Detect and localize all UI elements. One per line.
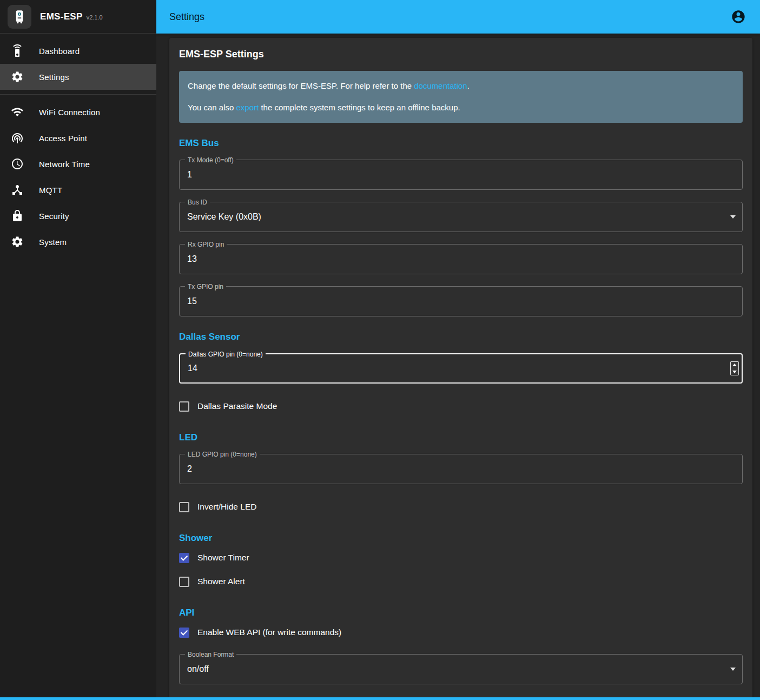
enable-web-api-row[interactable]: Enable WEB API (for write commands) (179, 622, 341, 643)
settings-remote-icon (11, 44, 24, 57)
sidebar-item-settings[interactable]: Settings (0, 64, 156, 90)
tx-gpio-field: Tx GPIO pin (179, 286, 743, 316)
info-line-2: You can also export the complete system … (188, 101, 734, 114)
rx-gpio-field: Rx GPIO pin (179, 244, 743, 274)
spinner-up-icon[interactable] (732, 364, 737, 366)
enable-web-api-checkbox[interactable] (179, 628, 189, 638)
account-circle-icon (731, 9, 746, 24)
page-title: Settings (169, 11, 204, 23)
section-heading-dallas-sensor: Dallas Sensor (179, 332, 743, 342)
main-column: Settings EMS-ESP Settings Change the def… (156, 0, 760, 700)
dallas-gpio-label: Dallas GPIO pin (0=none) (186, 351, 266, 358)
info-text: You can also (188, 103, 236, 112)
sidebar-item-label: Security (39, 212, 69, 221)
info-text: . (467, 81, 470, 90)
checkbox-label: Enable WEB API (for write commands) (197, 628, 341, 637)
appbar: Settings (156, 0, 760, 34)
content-area: EMS-ESP Settings Change the default sett… (156, 34, 760, 700)
shower-timer-checkbox[interactable] (179, 553, 189, 563)
tx-gpio-input[interactable] (180, 287, 742, 316)
sidebar-item-label: Settings (39, 72, 69, 82)
boolean-format-value: on/off (180, 655, 742, 684)
rx-gpio-label: Rx GPIO pin (185, 241, 227, 248)
led-gpio-label: LED GPIO pin (0=none) (185, 451, 260, 458)
boolean-format-select[interactable]: Boolean Format on/off (179, 654, 743, 684)
clock-icon (11, 157, 24, 170)
sidebar-item-system[interactable]: System (0, 229, 156, 255)
sidebar-item-network-time[interactable]: Network Time (0, 151, 156, 177)
checkbox-label: Invert/Hide LED (197, 502, 256, 512)
chevron-down-icon (730, 215, 736, 219)
tx-mode-field: Tx Mode (0=off) (179, 160, 743, 190)
boiler-logo-icon (11, 9, 28, 25)
checkbox-label: Dallas Parasite Mode (197, 401, 277, 411)
sidebar-item-label: MQTT (39, 186, 62, 195)
lock-icon (11, 209, 24, 222)
card-title: EMS-ESP Settings (179, 49, 743, 60)
sidebar: EMS-ESPv2.1.0 Dashboard Settings (0, 0, 156, 700)
shower-alert-row[interactable]: Shower Alert (179, 571, 245, 592)
app-title-group: EMS-ESPv2.1.0 (40, 11, 103, 22)
sidebar-item-dashboard[interactable]: Dashboard (0, 38, 156, 64)
info-text: the complete system settings to keep an … (259, 103, 460, 112)
bus-id-select[interactable]: Bus ID Service Key (0x0B) (179, 202, 743, 232)
tx-mode-input[interactable] (180, 160, 742, 189)
ems-esp-logo-icon (8, 5, 31, 29)
tx-gpio-label: Tx GPIO pin (185, 283, 226, 290)
dallas-parasite-row[interactable]: Dallas Parasite Mode (179, 395, 277, 417)
sidebar-nav: Dashboard Settings WiFi Connection A (0, 34, 156, 255)
sidebar-item-label: Access Point (39, 134, 87, 143)
info-banner: Change the default settings for EMS-ESP.… (179, 71, 743, 123)
section-heading-shower: Shower (179, 533, 743, 544)
shower-alert-checkbox[interactable] (179, 577, 189, 587)
shower-timer-row[interactable]: Shower Timer (179, 547, 249, 569)
app-version: v2.1.0 (87, 14, 103, 21)
number-spinner[interactable] (730, 361, 739, 375)
dallas-gpio-input[interactable] (180, 354, 742, 382)
section-heading-ems-bus: EMS Bus (179, 138, 743, 149)
checkbox-label: Shower Timer (197, 553, 249, 563)
sidebar-header: EMS-ESPv2.1.0 (0, 0, 156, 34)
settings-card: EMS-ESP Settings Change the default sett… (169, 38, 752, 700)
led-gpio-field: LED GPIO pin (0=none) (179, 454, 743, 484)
bottom-accent-bar (0, 697, 760, 700)
export-link[interactable]: export (236, 103, 259, 112)
checkbox-label: Shower Alert (197, 577, 245, 586)
device-hub-icon (11, 183, 24, 196)
info-text: Change the default settings for EMS-ESP.… (188, 81, 414, 90)
dallas-parasite-checkbox[interactable] (179, 401, 189, 412)
wifi-tethering-icon (11, 131, 24, 144)
sidebar-item-label: System (39, 237, 67, 247)
rx-gpio-input[interactable] (180, 245, 742, 274)
sidebar-item-access-point[interactable]: Access Point (0, 125, 156, 151)
boolean-format-label: Boolean Format (185, 651, 236, 658)
led-gpio-input[interactable] (180, 454, 742, 484)
section-heading-led: LED (179, 432, 743, 443)
documentation-link[interactable]: documentation (414, 81, 467, 90)
bus-id-value: Service Key (0x0B) (180, 202, 742, 232)
invert-hide-led-row[interactable]: Invert/Hide LED (179, 496, 256, 518)
sidebar-item-label: Dashboard (39, 47, 80, 56)
sidebar-item-label: WiFi Connection (39, 108, 100, 117)
sidebar-item-mqtt[interactable]: MQTT (0, 177, 156, 203)
invert-hide-led-checkbox[interactable] (179, 502, 189, 512)
spinner-down-icon[interactable] (732, 371, 737, 373)
gear-icon (11, 70, 24, 83)
wifi-icon (11, 105, 24, 118)
section-heading-api: API (179, 607, 743, 618)
sidebar-item-wifi-connection[interactable]: WiFi Connection (0, 99, 156, 125)
bus-id-label: Bus ID (185, 199, 210, 206)
dallas-gpio-field: Dallas GPIO pin (0=none) (179, 353, 743, 384)
chevron-down-icon (730, 668, 736, 671)
sidebar-item-security[interactable]: Security (0, 203, 156, 229)
sidebar-item-label: Network Time (39, 160, 90, 169)
sidebar-divider (0, 94, 156, 95)
app-name: EMS-ESP (40, 11, 83, 22)
tx-mode-label: Tx Mode (0=off) (185, 156, 236, 164)
info-line-1: Change the default settings for EMS-ESP.… (188, 80, 734, 93)
gear-icon (11, 235, 24, 248)
account-button[interactable] (729, 7, 748, 27)
app-root: EMS-ESPv2.1.0 Dashboard Settings (0, 0, 760, 700)
